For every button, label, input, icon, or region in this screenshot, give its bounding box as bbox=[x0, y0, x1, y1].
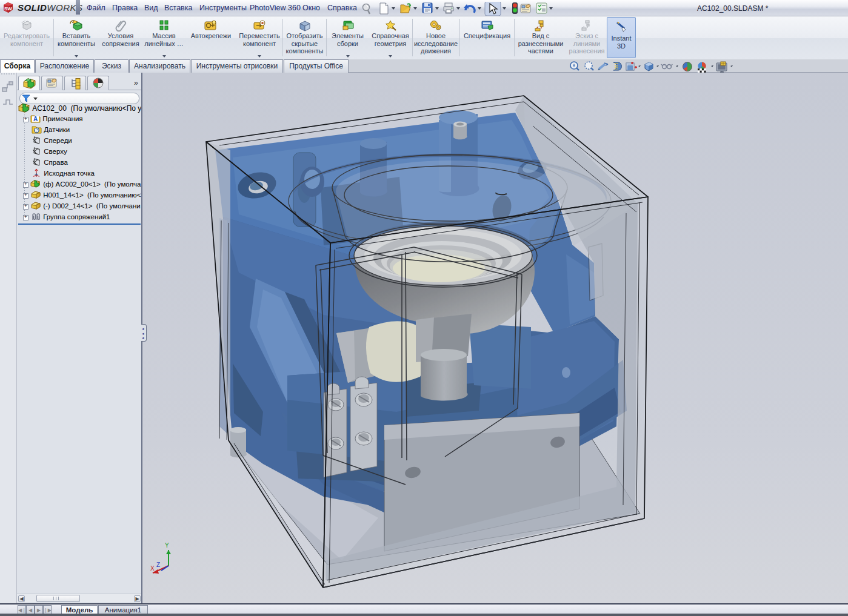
svg-text:SW: SW bbox=[4, 6, 12, 12]
svg-text:X: X bbox=[150, 565, 155, 572]
svg-text:A: A bbox=[33, 116, 38, 122]
svg-text:Z: Z bbox=[156, 561, 160, 568]
svg-text:Y: Y bbox=[165, 542, 169, 549]
